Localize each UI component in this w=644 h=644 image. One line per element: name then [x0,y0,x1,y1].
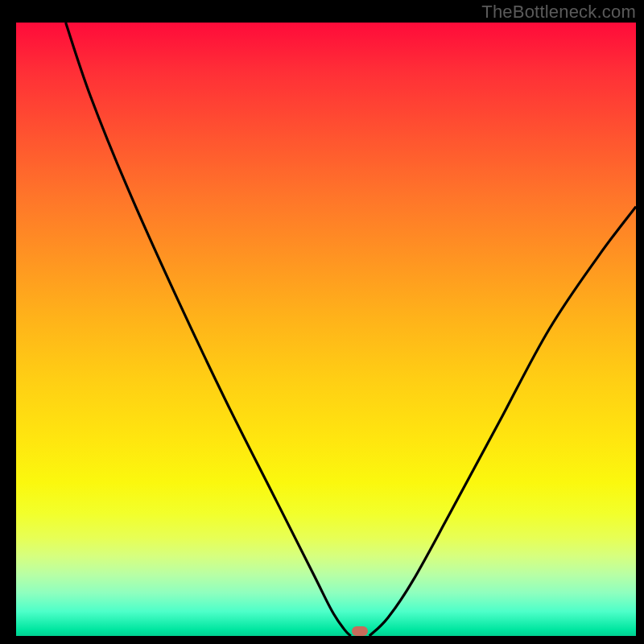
chart-frame: TheBottleneck.com [0,0,644,644]
curve-right-branch [369,207,636,636]
bottleneck-curve [16,23,636,636]
watermark-text: TheBottleneck.com [481,2,636,23]
plot-area [16,23,636,636]
curve-left-branch [66,23,351,636]
minimum-marker [352,626,368,636]
